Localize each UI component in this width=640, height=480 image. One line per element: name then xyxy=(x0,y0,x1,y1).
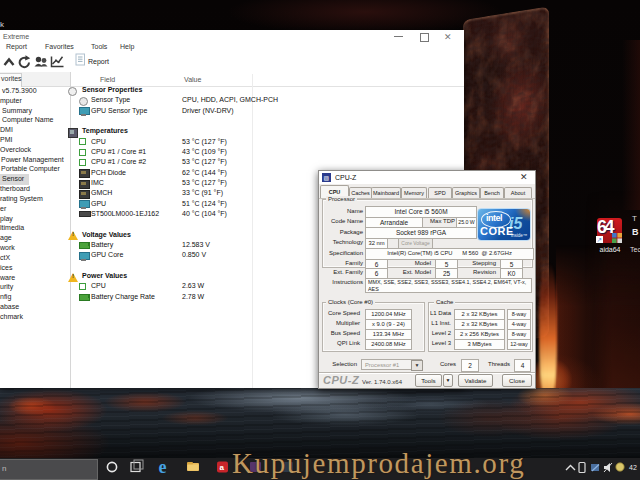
svg-text:a: a xyxy=(220,463,225,472)
svg-text:42: 42 xyxy=(629,464,637,471)
svg-text:e: e xyxy=(159,458,167,477)
